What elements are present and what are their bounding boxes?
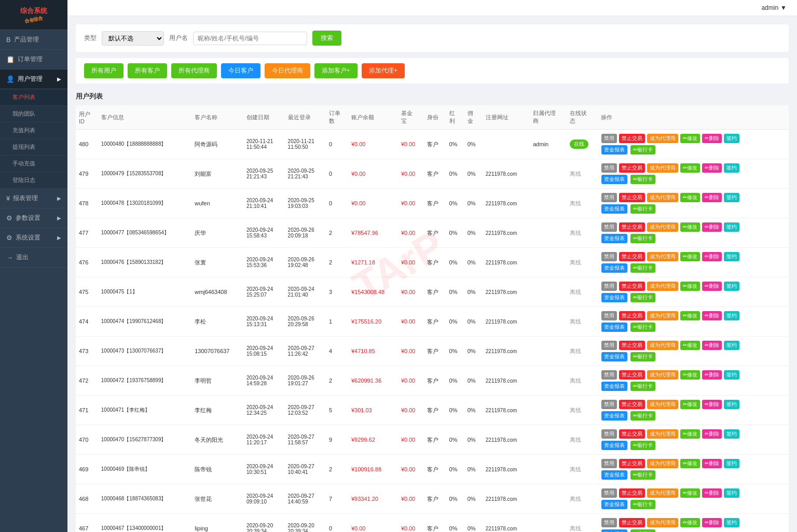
ban-trade-btn[interactable]: 禁止交易	[619, 488, 645, 498]
all-users-button[interactable]: 所有用户	[84, 63, 123, 78]
delete-btn[interactable]: ✏删除	[702, 400, 722, 409]
fund-report-btn[interactable]: 资金报表	[601, 323, 627, 332]
make-agent-btn[interactable]: 成为代理商	[647, 134, 678, 143]
delete-btn[interactable]: ✏删除	[702, 222, 722, 232]
type-select[interactable]: 默认不选	[102, 31, 164, 46]
ban-trade-btn[interactable]: 禁止交易	[619, 193, 645, 202]
disable-btn[interactable]: 禁用	[601, 193, 617, 202]
sidebar-item-user[interactable]: 👤 用户管理 ▶	[0, 69, 67, 89]
sign-btn[interactable]: 签约	[724, 311, 739, 320]
disable-btn[interactable]: 禁用	[601, 282, 617, 291]
ban-trade-btn[interactable]: 禁止交易	[619, 252, 645, 261]
sidebar-sub-login-log[interactable]: 登陆日志	[0, 172, 67, 189]
sign-btn[interactable]: 签约	[724, 341, 739, 350]
fund-report-btn[interactable]: 资金报表	[601, 441, 627, 450]
all-customers-button[interactable]: 所有客户	[128, 63, 167, 78]
sign-btn[interactable]: 签约	[724, 134, 739, 143]
disable-btn[interactable]: 禁用	[601, 459, 617, 468]
admin-dropdown[interactable]: admin ▼	[761, 4, 787, 11]
sign-btn[interactable]: 签约	[724, 488, 739, 498]
edit-btn[interactable]: ✏修改	[680, 282, 700, 291]
ban-trade-btn[interactable]: 禁止交易	[619, 400, 645, 409]
delete-btn[interactable]: ✏删除	[702, 193, 722, 202]
delete-btn[interactable]: ✏删除	[702, 134, 722, 143]
disable-btn[interactable]: 禁用	[601, 341, 617, 350]
ban-trade-btn[interactable]: 禁止交易	[619, 459, 645, 468]
bank-card-btn[interactable]: ✏银行卡	[630, 263, 655, 273]
make-agent-btn[interactable]: 成为代理商	[647, 311, 678, 320]
edit-btn[interactable]: ✏修改	[680, 222, 700, 232]
delete-btn[interactable]: ✏删除	[702, 252, 722, 261]
edit-btn[interactable]: ✏修改	[680, 488, 700, 498]
edit-btn[interactable]: ✏修改	[680, 193, 700, 202]
ban-trade-btn[interactable]: 禁止交易	[619, 311, 645, 320]
fund-report-btn[interactable]: 资金报表	[601, 175, 627, 184]
ban-trade-btn[interactable]: 禁止交易	[619, 429, 645, 439]
username-input[interactable]	[193, 32, 307, 45]
delete-btn[interactable]: ✏删除	[702, 341, 722, 350]
sidebar-item-report[interactable]: ¥ 报表管理 ▶	[0, 189, 67, 208]
ban-trade-btn[interactable]: 禁止交易	[619, 222, 645, 232]
fund-report-btn[interactable]: 资金报表	[601, 500, 627, 509]
delete-btn[interactable]: ✏删除	[702, 282, 722, 291]
disable-btn[interactable]: 禁用	[601, 429, 617, 439]
sign-btn[interactable]: 签约	[724, 252, 739, 261]
sidebar-sub-recharge-list[interactable]: 充值列表	[0, 122, 67, 139]
delete-btn[interactable]: ✏删除	[702, 429, 722, 439]
bank-card-btn[interactable]: ✏银行卡	[630, 204, 655, 214]
make-agent-btn[interactable]: 成为代理商	[647, 252, 678, 261]
fund-report-btn[interactable]: 资金报表	[601, 263, 627, 273]
sidebar-item-logout[interactable]: → 退出	[0, 248, 67, 268]
edit-btn[interactable]: ✏修改	[680, 134, 700, 143]
fund-report-btn[interactable]: 资金报表	[601, 234, 627, 243]
make-agent-btn[interactable]: 成为代理商	[647, 400, 678, 409]
bank-card-btn[interactable]: ✏银行卡	[630, 323, 655, 332]
sidebar-item-params[interactable]: ⚙ 参数设置 ▶	[0, 208, 67, 228]
fund-report-btn[interactable]: 资金报表	[601, 352, 627, 361]
sign-btn[interactable]: 签约	[724, 193, 739, 202]
bank-card-btn[interactable]: ✏银行卡	[630, 500, 655, 509]
sign-btn[interactable]: 签约	[724, 163, 739, 173]
make-agent-btn[interactable]: 成为代理商	[647, 163, 678, 173]
add-customer-button[interactable]: 添加客户+	[314, 63, 358, 78]
sidebar-item-system[interactable]: ⚙ 系统设置 ▶	[0, 228, 67, 248]
make-agent-btn[interactable]: 成为代理商	[647, 459, 678, 468]
disable-btn[interactable]: 禁用	[601, 518, 617, 527]
edit-btn[interactable]: ✏修改	[680, 163, 700, 173]
add-agent-button[interactable]: 添加代理+	[362, 63, 405, 78]
bank-card-btn[interactable]: ✏银行卡	[630, 145, 655, 155]
make-agent-btn[interactable]: 成为代理商	[647, 488, 678, 498]
ban-trade-btn[interactable]: 禁止交易	[619, 341, 645, 350]
delete-btn[interactable]: ✏删除	[702, 459, 722, 468]
bank-card-btn[interactable]: ✏银行卡	[630, 234, 655, 243]
fund-report-btn[interactable]: 资金报表	[601, 145, 627, 155]
today-customers-button[interactable]: 今日客户	[221, 63, 260, 78]
fund-report-btn[interactable]: 资金报表	[601, 470, 627, 480]
disable-btn[interactable]: 禁用	[601, 488, 617, 498]
fund-report-btn[interactable]: 资金报表	[601, 382, 627, 391]
ban-trade-btn[interactable]: 禁止交易	[619, 370, 645, 380]
fund-report-btn[interactable]: 资金报表	[601, 529, 627, 532]
sidebar-item-order[interactable]: 📋 订单管理	[0, 50, 67, 69]
delete-btn[interactable]: ✏删除	[702, 488, 722, 498]
sidebar-sub-customer-list[interactable]: 客户列表	[0, 89, 67, 106]
disable-btn[interactable]: 禁用	[601, 400, 617, 409]
make-agent-btn[interactable]: 成为代理商	[647, 222, 678, 232]
fund-report-btn[interactable]: 资金报表	[601, 204, 627, 214]
edit-btn[interactable]: ✏修改	[680, 311, 700, 320]
delete-btn[interactable]: ✏删除	[702, 311, 722, 320]
ban-trade-btn[interactable]: 禁止交易	[619, 134, 645, 143]
make-agent-btn[interactable]: 成为代理商	[647, 282, 678, 291]
make-agent-btn[interactable]: 成为代理商	[647, 341, 678, 350]
edit-btn[interactable]: ✏修改	[680, 370, 700, 380]
disable-btn[interactable]: 禁用	[601, 163, 617, 173]
disable-btn[interactable]: 禁用	[601, 222, 617, 232]
edit-btn[interactable]: ✏修改	[680, 341, 700, 350]
ban-trade-btn[interactable]: 禁止交易	[619, 518, 645, 527]
today-agents-button[interactable]: 今日代理商	[265, 63, 310, 78]
fund-report-btn[interactable]: 资金报表	[601, 411, 627, 421]
sidebar-sub-my-team[interactable]: 我的团队	[0, 106, 67, 122]
ban-trade-btn[interactable]: 禁止交易	[619, 163, 645, 173]
sign-btn[interactable]: 签约	[724, 400, 739, 409]
bank-card-btn[interactable]: ✏银行卡	[630, 175, 655, 184]
